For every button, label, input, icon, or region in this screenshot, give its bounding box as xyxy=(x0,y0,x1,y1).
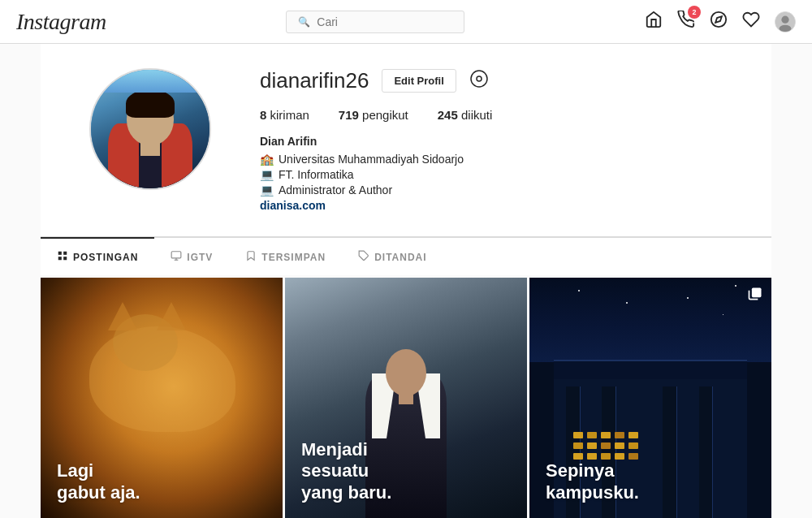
svg-point-6 xyxy=(477,76,482,81)
bio-text-2: FT. Informatika xyxy=(279,168,354,181)
bio-icon-1: 🏫 xyxy=(260,153,274,166)
followers-count: 719 xyxy=(339,108,359,122)
posts-count: 8 xyxy=(260,108,266,122)
post-2-text: Menjadisesuatuyang baru. xyxy=(301,439,391,503)
tab-tersimpan-label: TERSIMPAN xyxy=(261,252,326,263)
following-label: diikuti xyxy=(461,108,492,122)
svg-point-0 xyxy=(711,11,726,26)
profile-stats: 8 kiriman 719 pengikut 245 diikuti xyxy=(260,108,723,122)
search-input[interactable] xyxy=(317,15,452,28)
header-nav: 2 xyxy=(645,11,796,33)
svg-rect-10 xyxy=(63,257,67,260)
search-icon: 🔍 xyxy=(298,16,310,28)
tagged-icon xyxy=(358,250,369,264)
bio-line-1: 🏫 Universitas Muhammadiyah Sidoarjo xyxy=(260,153,723,166)
search-box[interactable]: 🔍 xyxy=(286,11,464,33)
profile-info: dianarifin26 Edit Profil 8 kiriman 719 p… xyxy=(260,68,723,212)
activity-icon[interactable]: 2 xyxy=(677,11,695,33)
saved-icon xyxy=(245,250,257,264)
igtv-icon xyxy=(171,250,182,264)
multiple-post-icon xyxy=(747,286,763,306)
post-3[interactable]: Sepinyakampusku. xyxy=(529,278,771,518)
svg-point-5 xyxy=(471,71,487,87)
avatar xyxy=(89,68,211,190)
profile-top-row: dianarifin26 Edit Profil xyxy=(260,68,723,93)
following-count: 245 xyxy=(438,108,458,122)
posts-grid: Lagigabut aja. Menjadisesuatuyang baru. xyxy=(41,278,771,518)
posts-stat: 8 kiriman xyxy=(260,108,309,122)
tabs-section: POSTINGAN IGTV TERSIMPAN DITANDAI xyxy=(41,237,771,275)
edit-profile-button[interactable]: Edit Profil xyxy=(382,69,456,93)
tab-tersimpan[interactable]: TERSIMPAN xyxy=(229,237,342,275)
followers-label: pengikut xyxy=(362,108,408,122)
explore-icon[interactable] xyxy=(710,11,728,33)
profile-name: Dian Arifin xyxy=(260,135,723,148)
search-container: 🔍 xyxy=(106,11,645,33)
svg-rect-7 xyxy=(58,252,62,255)
svg-point-4 xyxy=(780,24,792,32)
heart-icon[interactable] xyxy=(742,11,760,33)
grid-icon xyxy=(57,250,68,264)
followers-stat[interactable]: 719 pengikut xyxy=(339,108,408,122)
tab-ditandai-label: DITANDAI xyxy=(374,252,426,263)
svg-rect-9 xyxy=(58,257,62,260)
bio-line-2: 💻 FT. Informatika xyxy=(260,168,723,181)
tab-igtv-label: IGTV xyxy=(187,252,213,263)
header: Instagram 🔍 2 xyxy=(0,0,812,44)
bio-text-3: Administrator & Author xyxy=(279,183,392,196)
bio-icon-2: 💻 xyxy=(260,168,274,181)
svg-marker-1 xyxy=(715,16,722,23)
profile-section: dianarifin26 Edit Profil 8 kiriman 719 p… xyxy=(41,44,771,237)
activity-badge: 2 xyxy=(688,6,701,19)
tab-postingan[interactable]: POSTINGAN xyxy=(41,237,154,275)
post-1-text: Lagigabut aja. xyxy=(57,460,140,503)
instagram-logo: Instagram xyxy=(16,9,106,35)
post-2[interactable]: Menjadisesuatuyang baru. xyxy=(285,278,527,518)
profile-avatar-nav[interactable] xyxy=(775,11,796,32)
home-icon[interactable] xyxy=(645,11,663,33)
tab-postingan-label: POSTINGAN xyxy=(73,252,138,263)
post-1[interactable]: Lagigabut aja. xyxy=(41,278,283,518)
posts-label: kiriman xyxy=(270,108,309,122)
svg-rect-8 xyxy=(63,252,67,255)
bio-line-3: 💻 Administrator & Author xyxy=(260,183,723,196)
svg-rect-15 xyxy=(752,288,762,298)
tab-igtv[interactable]: IGTV xyxy=(154,237,229,275)
bio-text-1: Universitas Muhammadiyah Sidoarjo xyxy=(279,153,464,166)
svg-rect-11 xyxy=(172,252,182,258)
bio-icon-3: 💻 xyxy=(260,183,274,196)
profile-link[interactable]: dianisa.com xyxy=(260,199,723,212)
tab-ditandai[interactable]: DITANDAI xyxy=(342,237,443,275)
svg-point-3 xyxy=(781,15,788,23)
profile-username: dianarifin26 xyxy=(260,68,369,93)
following-stat[interactable]: 245 diikuti xyxy=(438,108,493,122)
settings-icon[interactable] xyxy=(469,69,489,93)
post-3-text: Sepinyakampusku. xyxy=(546,460,639,503)
avatar-wrapper xyxy=(89,68,211,190)
